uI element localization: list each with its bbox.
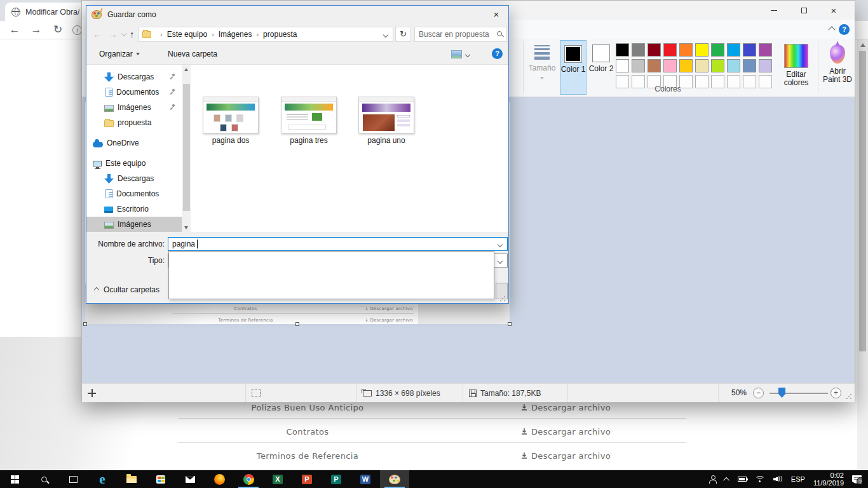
scroll-down-icon[interactable] <box>184 226 188 229</box>
dialog-close-button[interactable]: × <box>489 9 503 20</box>
taskbar-firefox[interactable] <box>205 470 234 488</box>
hide-folders-button[interactable]: Ocultar carpetas <box>95 285 159 294</box>
browser-forward-icon[interactable]: → <box>29 23 43 37</box>
start-button[interactable] <box>0 470 29 488</box>
dialog-help-button[interactable]: ? <box>492 48 503 59</box>
zoom-slider-track[interactable] <box>770 393 828 394</box>
palette-color-swatch[interactable] <box>711 43 724 57</box>
selection-handle[interactable] <box>508 322 512 326</box>
palette-color-swatch[interactable] <box>727 59 740 72</box>
palette-color-swatch[interactable] <box>648 43 661 57</box>
language-indicator[interactable]: ESP <box>791 475 805 483</box>
close-button[interactable]: × <box>819 1 848 20</box>
palette-color-swatch[interactable] <box>648 59 661 72</box>
file-item-pagina-tres[interactable]: pagina tres <box>281 97 337 145</box>
taskbar-store[interactable] <box>146 470 175 488</box>
filename-input[interactable]: pagina <box>168 237 508 251</box>
organize-button[interactable]: Organizar <box>99 50 140 58</box>
palette-color-swatch[interactable] <box>616 43 629 57</box>
clock[interactable]: 0:02 11/9/2019 <box>813 471 844 487</box>
notification-center-icon[interactable]: 2 <box>852 475 862 484</box>
download-link[interactable]: Descargar archivo <box>445 451 686 461</box>
taskbar-excel[interactable]: X <box>263 470 292 488</box>
selection-handle[interactable] <box>295 322 299 326</box>
palette-color-swatch[interactable] <box>695 43 709 57</box>
refresh-button[interactable]: ↻ <box>395 27 411 42</box>
zoom-out-button[interactable]: − <box>753 388 764 398</box>
taskbar-powerpoint[interactable]: P <box>292 470 322 488</box>
people-icon[interactable] <box>709 475 717 483</box>
taskbar-mail[interactable] <box>175 470 205 488</box>
palette-color-swatch[interactable] <box>679 43 693 57</box>
sidebar-item-documentos-2[interactable]: Documentos <box>86 186 182 201</box>
palette-color-swatch[interactable] <box>695 59 709 72</box>
site-info-icon[interactable]: i <box>72 25 82 35</box>
palette-color-swatch[interactable] <box>711 59 724 72</box>
download-link[interactable]: Descargar archivo <box>445 427 686 437</box>
palette-color-swatch[interactable] <box>663 43 677 57</box>
filetype-dropdown-list[interactable] <box>168 251 494 299</box>
nav-forward-icon[interactable]: → <box>108 29 118 39</box>
download-link[interactable]: Descargar archivo <box>445 403 686 412</box>
sidebar-item-este-equipo[interactable]: Este equipo <box>86 156 182 171</box>
sidebar-item-imagenes[interactable]: Imágenes <box>86 100 182 115</box>
scrollbar-thumb[interactable] <box>183 84 190 211</box>
taskbar-search-button[interactable] <box>29 470 58 488</box>
browser-scrollbar[interactable] <box>857 39 868 470</box>
edit-colors-button[interactable]: Editar colores <box>778 40 814 95</box>
palette-color-swatch[interactable] <box>632 43 645 57</box>
palette-color-swatch[interactable] <box>727 43 740 57</box>
sidebar-item-descargas-2[interactable]: Descargas <box>86 171 182 186</box>
minimize-button[interactable] <box>759 1 789 20</box>
paint-help-button[interactable]: ? <box>839 24 850 35</box>
search-input[interactable] <box>419 29 490 40</box>
palette-color-swatch[interactable] <box>632 59 645 72</box>
nav-history-chevron-icon[interactable] <box>121 31 126 36</box>
sidebar-item-escritorio[interactable]: Escritorio <box>86 201 182 217</box>
sidebar-item-documentos[interactable]: Documentos <box>86 85 182 100</box>
sidebar-item-propuesta[interactable]: propuesta <box>86 115 182 130</box>
collapse-ribbon-icon[interactable] <box>828 26 835 33</box>
breadcrumb-chevron-icon[interactable] <box>383 32 388 37</box>
taskbar-chrome[interactable] <box>234 470 263 488</box>
browser-reload-icon[interactable]: ↻ <box>51 23 65 37</box>
palette-color-swatch[interactable] <box>743 43 756 57</box>
search-box[interactable] <box>414 27 507 42</box>
selection-handle[interactable] <box>83 322 87 326</box>
scroll-up-icon[interactable] <box>860 43 865 47</box>
nav-up-icon[interactable]: ↑ <box>130 29 135 39</box>
taskbar-edge[interactable]: e <box>88 470 117 488</box>
breadcrumb[interactable]: › Este equipo › Imágenes › propuesta <box>139 27 393 42</box>
sidebar-item-imagenes-2[interactable]: Imágenes <box>86 217 182 232</box>
palette-color-swatch[interactable] <box>759 59 772 72</box>
maximize-button[interactable] <box>789 1 818 20</box>
scrollbar-thumb[interactable] <box>859 51 866 351</box>
palette-color-swatch[interactable] <box>679 59 693 72</box>
palette-color-swatch[interactable] <box>743 59 756 72</box>
open-paint3d-button[interactable]: Abrir Paint 3D <box>822 40 853 95</box>
battery-icon[interactable] <box>738 477 747 482</box>
browser-back-icon[interactable]: ← <box>8 23 22 37</box>
breadcrumb-item[interactable]: propuesta <box>263 30 297 39</box>
taskbar-word[interactable]: W <box>351 470 380 488</box>
view-mode-chevron-icon[interactable] <box>465 52 470 57</box>
nav-back-icon[interactable]: ← <box>93 29 102 39</box>
taskbar-publisher[interactable]: P <box>322 470 351 488</box>
zoom-slider-thumb[interactable] <box>778 388 785 398</box>
scroll-up-icon[interactable] <box>184 68 188 71</box>
wifi-icon[interactable] <box>755 476 765 483</box>
palette-color-swatch[interactable] <box>759 43 772 57</box>
volume-icon[interactable] <box>773 476 783 483</box>
task-view-button[interactable] <box>58 470 88 488</box>
size-button[interactable]: Tamaño <box>526 40 559 95</box>
filetype-chevron-icon[interactable] <box>498 259 503 264</box>
sidebar-scrollbar[interactable] <box>182 65 191 233</box>
sidebar-item-onedrive[interactable]: OneDrive <box>86 135 182 151</box>
view-mode-icon[interactable] <box>451 50 462 58</box>
palette-color-swatch[interactable] <box>663 59 677 72</box>
tray-expand-icon[interactable] <box>723 477 729 483</box>
zoom-in-button[interactable]: + <box>831 388 841 398</box>
file-item-pagina-uno[interactable]: pagina uno <box>358 97 414 145</box>
sidebar-item-descargas[interactable]: Descargas <box>86 69 182 85</box>
taskbar-file-explorer[interactable] <box>117 470 146 488</box>
